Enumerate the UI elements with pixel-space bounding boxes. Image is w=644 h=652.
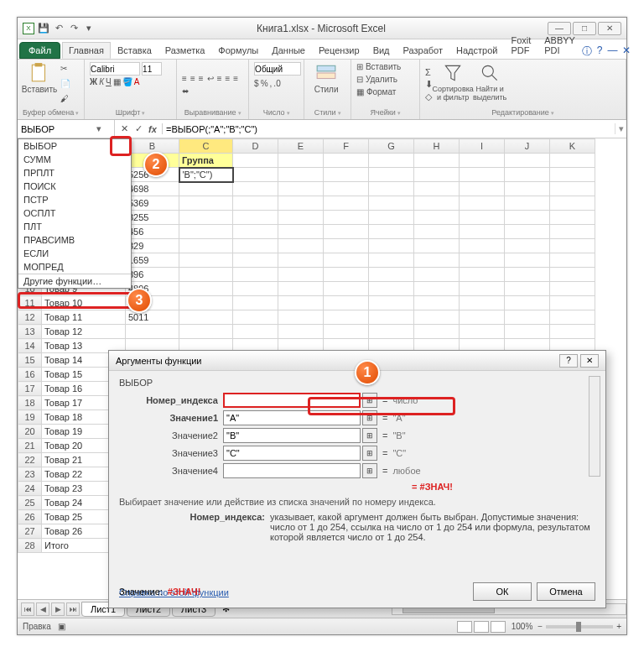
- zoom-slider[interactable]: [546, 625, 613, 629]
- row-header[interactable]: 12: [18, 310, 42, 325]
- cell[interactable]: [550, 253, 595, 268]
- col-header[interactable]: K: [550, 139, 595, 154]
- tab-developer[interactable]: Разработ: [397, 42, 449, 59]
- cell[interactable]: [179, 211, 233, 225]
- view-normal-icon[interactable]: [457, 621, 472, 633]
- row-header[interactable]: 11: [18, 296, 42, 310]
- cell[interactable]: [460, 168, 505, 182]
- cell[interactable]: 896: [126, 268, 179, 282]
- cell[interactable]: [550, 268, 595, 282]
- cell[interactable]: [233, 325, 278, 339]
- cell[interactable]: [179, 182, 233, 196]
- col-header[interactable]: C: [179, 139, 233, 154]
- cell[interactable]: [179, 196, 233, 211]
- fn-option[interactable]: ПОИСК: [18, 180, 131, 193]
- fn-option[interactable]: ПРПЛТ: [18, 166, 131, 180]
- help-icon[interactable]: ?: [597, 44, 603, 59]
- zoom-in-icon[interactable]: +: [616, 622, 621, 631]
- row-header[interactable]: 26: [18, 510, 42, 524]
- cell[interactable]: [505, 196, 550, 211]
- col-header[interactable]: B: [126, 139, 179, 154]
- arg-input[interactable]: [223, 463, 361, 478]
- cell[interactable]: [233, 196, 278, 211]
- cell[interactable]: [505, 296, 550, 310]
- row-header[interactable]: 19: [18, 410, 42, 425]
- cell[interactable]: [414, 196, 460, 211]
- cell[interactable]: [550, 196, 595, 211]
- comma-icon[interactable]: ,: [270, 79, 273, 88]
- cell[interactable]: [233, 239, 278, 253]
- range-select-icon[interactable]: ⊞: [362, 393, 377, 408]
- format-cells[interactable]: ▦ Формат: [356, 87, 414, 96]
- cell[interactable]: [414, 282, 460, 296]
- cell[interactable]: [369, 310, 414, 325]
- save-icon[interactable]: 💾: [38, 23, 49, 34]
- cell[interactable]: [505, 282, 550, 296]
- cell[interactable]: [505, 325, 550, 339]
- cell[interactable]: [369, 182, 414, 196]
- fx-icon[interactable]: fx: [147, 124, 158, 134]
- cell[interactable]: [324, 310, 369, 325]
- cell[interactable]: Товар 10: [42, 296, 126, 310]
- range-select-icon[interactable]: ⊞: [362, 446, 377, 461]
- cell[interactable]: [460, 296, 505, 310]
- cell[interactable]: [369, 211, 414, 225]
- copy-icon[interactable]: 📄: [60, 78, 73, 91]
- row-header[interactable]: 18: [18, 396, 42, 410]
- redo-icon[interactable]: ↷: [68, 23, 80, 34]
- col-header[interactable]: D: [233, 139, 278, 154]
- cell[interactable]: [460, 211, 505, 225]
- cell[interactable]: [233, 310, 278, 325]
- tab-home[interactable]: Главная: [62, 42, 111, 59]
- cell[interactable]: [324, 211, 369, 225]
- fn-option[interactable]: ПСТР: [18, 193, 131, 206]
- cell[interactable]: [414, 296, 460, 310]
- cell[interactable]: 4698: [126, 182, 179, 196]
- cell[interactable]: [550, 325, 595, 339]
- row-header[interactable]: 22: [18, 453, 42, 467]
- cell[interactable]: [505, 225, 550, 239]
- cell[interactable]: [278, 253, 324, 268]
- arg-input[interactable]: [223, 428, 361, 443]
- cell[interactable]: Товар 12: [42, 325, 126, 339]
- fn-option[interactable]: МОПРЕД: [18, 260, 131, 274]
- percent-icon[interactable]: %: [261, 79, 268, 88]
- col-header[interactable]: H: [414, 139, 460, 154]
- border-icon[interactable]: ▦: [113, 77, 121, 86]
- cell[interactable]: [179, 268, 233, 282]
- cell[interactable]: [278, 182, 324, 196]
- cell[interactable]: [324, 296, 369, 310]
- cell[interactable]: [414, 253, 460, 268]
- cell[interactable]: [324, 239, 369, 253]
- dialog-help-icon[interactable]: ?: [559, 354, 578, 368]
- row-header[interactable]: 13: [18, 325, 42, 339]
- fn-option[interactable]: ПЛТ: [18, 220, 131, 233]
- zoom-out-icon[interactable]: −: [538, 622, 543, 631]
- cell[interactable]: [414, 168, 460, 182]
- cell[interactable]: [505, 268, 550, 282]
- tab-data[interactable]: Данные: [265, 42, 312, 59]
- cell[interactable]: [460, 182, 505, 196]
- number-format[interactable]: [254, 62, 301, 76]
- cell[interactable]: [179, 310, 233, 325]
- close-button[interactable]: ✕: [598, 22, 621, 35]
- cell[interactable]: [233, 268, 278, 282]
- cell[interactable]: [460, 225, 505, 239]
- cell[interactable]: [550, 182, 595, 196]
- view-pagebreak-icon[interactable]: [491, 621, 506, 633]
- cell[interactable]: [324, 282, 369, 296]
- cell[interactable]: [550, 225, 595, 239]
- cell[interactable]: [324, 196, 369, 211]
- cell[interactable]: [278, 168, 324, 182]
- tab-abbyy[interactable]: ABBYY PDI: [538, 32, 582, 59]
- cut-icon[interactable]: ✂: [60, 63, 73, 76]
- find-select-button[interactable]: Найти и выделить: [473, 62, 506, 107]
- row-header[interactable]: 28: [18, 539, 42, 553]
- cell[interactable]: [278, 282, 324, 296]
- tab-insert[interactable]: Вставка: [111, 42, 158, 59]
- cell[interactable]: [233, 225, 278, 239]
- cell[interactable]: [324, 225, 369, 239]
- cell[interactable]: [179, 296, 233, 310]
- cell[interactable]: [369, 268, 414, 282]
- cell[interactable]: [278, 196, 324, 211]
